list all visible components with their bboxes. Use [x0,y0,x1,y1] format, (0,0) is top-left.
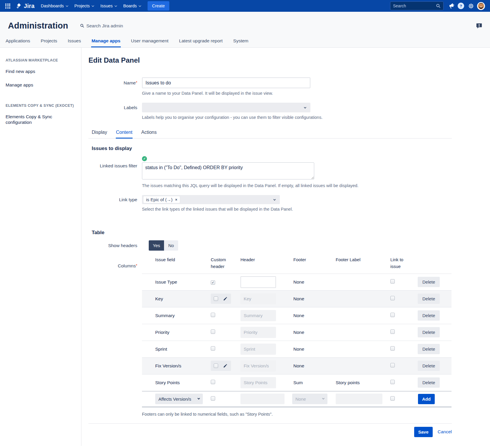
jira-logo[interactable]: Jira [13,3,38,9]
navbar-menu: DashboardsProjectsIssuesBoards [38,0,144,12]
edit-pencil-icon[interactable] [223,297,228,301]
link-to-issue-checkbox[interactable] [390,363,395,367]
nav-item-issues[interactable]: Issues [97,0,120,12]
link-to-issue-checkbox[interactable] [390,313,395,317]
nav-item-projects[interactable]: Projects [71,0,97,12]
delete-column-button[interactable]: Delete [418,327,440,337]
link-to-issue-checkbox[interactable] [390,279,395,284]
header-input-issue-type[interactable] [240,276,276,288]
sidebar: ATLASSIAN MARKETPLACEFind new appsManage… [0,48,81,446]
sidebar-item-manage-apps[interactable]: Manage apps [6,82,76,88]
jira-logo-icon [16,3,22,9]
user-avatar[interactable] [476,0,486,12]
tab-actions[interactable]: Actions [141,130,157,139]
labels-row: Labels [88,103,452,112]
save-button[interactable]: Save [414,427,433,437]
page-title: Administration [8,21,68,31]
labels-select[interactable] [142,103,310,112]
custom-header-checkbox[interactable] [211,396,215,401]
header-input-summary[interactable] [240,310,276,321]
custom-header-checkbox[interactable] [214,297,218,301]
admin-tab-latest-upgrade-report[interactable]: Latest upgrade report [179,36,223,47]
admin-tab-issues[interactable]: Issues [68,36,81,47]
announcements-icon[interactable] [446,0,456,12]
sidebar-item-elements-copy-sync-configuration[interactable]: Elements Copy & Sync configuration [6,114,76,125]
top-navbar: Jira DashboardsProjectsIssuesBoards Crea… [0,0,490,12]
cancel-link[interactable]: Cancel [438,429,452,434]
issue-field-select[interactable]: Affects Version/s [155,394,203,404]
nav-item-boards[interactable]: Boards [120,0,144,12]
admin-tab-projects[interactable]: Projects [41,36,58,47]
custom-header-checkbox[interactable] [211,346,215,351]
new-header-input[interactable] [240,394,285,404]
sidebar-section-gap [6,96,76,104]
custom-header-checkbox[interactable] [211,313,215,317]
create-button[interactable]: Create [148,1,169,11]
link-to-issue-checkbox[interactable] [390,380,395,384]
sidebar-item-find-new-apps[interactable]: Find new apps [6,69,76,74]
columns-table-header: Issue fieldCustom headerHeaderFooterFoot… [142,256,451,274]
remove-chip-icon[interactable]: × [175,198,177,202]
admin-tab-system[interactable]: System [233,36,249,47]
custom-header-checkbox[interactable] [214,364,218,368]
admin-tabs: ApplicationsProjectsIssuesManage appsUse… [0,36,490,48]
delete-column-button[interactable]: Delete [418,310,440,321]
delete-column-button[interactable]: Delete [418,277,440,287]
delete-column-button[interactable]: Delete [418,361,440,371]
columns-label: Columns* [88,256,137,269]
name-input[interactable] [142,77,310,88]
navbar-search-input[interactable] [393,4,434,8]
link-to-issue-checkbox[interactable] [390,296,395,300]
column-row-sprint: SprintNoneDelete [142,341,451,357]
add-column-button[interactable]: Add [418,394,435,404]
tab-content[interactable]: Content [116,130,132,139]
help-icon[interactable]: ? [456,0,466,12]
admin-tab-applications[interactable]: Applications [5,36,31,47]
link-to-issue-checkbox[interactable] [390,346,395,351]
column-row-issue-type: Issue Type✓NoneDelete [142,274,451,290]
tab-display[interactable]: Display [92,130,107,139]
admin-tab-manage-apps[interactable]: Manage apps [91,36,121,47]
custom-header-checkbox[interactable] [211,329,215,334]
header-input-story-points[interactable] [240,377,276,388]
admin-tab-user-management[interactable]: User management [131,36,169,47]
required-asterisk: * [136,263,137,268]
new-footer-label-input[interactable] [336,394,382,404]
chevron-down-icon [322,397,325,399]
feedback-icon[interactable] [476,23,482,29]
linked-issues-filter-help: The issues matching this JQL query will … [142,183,452,188]
required-asterisk: * [136,80,137,85]
nav-item-dashboards[interactable]: Dashboards [38,0,71,12]
issue-field-name: Summary [155,313,175,318]
show-headers-no-button[interactable]: No [164,240,178,251]
footer-label-value: Story points [336,380,360,385]
footer-value: None [293,296,304,301]
app-switcher-icon[interactable] [2,1,13,11]
show-headers-yes-button[interactable]: Yes [149,240,164,251]
navbar-search[interactable] [390,1,444,10]
custom-header-checkbox[interactable]: ✓ [211,280,215,285]
header-input-fix-version-s[interactable] [240,360,276,372]
delete-column-button[interactable]: Delete [418,294,440,304]
delete-column-button[interactable]: Delete [418,344,440,354]
custom-header-checkbox[interactable] [211,380,215,384]
show-headers-label: Show headers [88,243,137,248]
jql-filter-textarea[interactable] [142,162,314,179]
edit-pencil-icon[interactable] [223,364,228,368]
link-type-select[interactable]: is Epic of (→) × [142,195,280,204]
link-type-help: Select the link types of the linked issu… [142,207,452,211]
footer-value: None [293,363,304,368]
issue-field-name: Sprint [155,347,167,352]
admin-search[interactable]: Search Jira admin [80,23,123,29]
jql-valid-check-icon: ✓ [142,156,147,161]
link-to-issue-checkbox[interactable] [390,396,395,401]
header-input-sprint[interactable] [240,344,276,355]
labels-label: Labels [88,105,137,110]
settings-gear-icon[interactable] [466,0,476,12]
footer-select[interactable]: None [292,394,327,404]
link-to-issue-checkbox[interactable] [390,329,395,334]
panel-title: Edit Data Panel [88,56,452,64]
delete-column-button[interactable]: Delete [418,377,440,388]
header-input-priority[interactable] [240,327,276,338]
header-input-key[interactable] [240,293,276,304]
